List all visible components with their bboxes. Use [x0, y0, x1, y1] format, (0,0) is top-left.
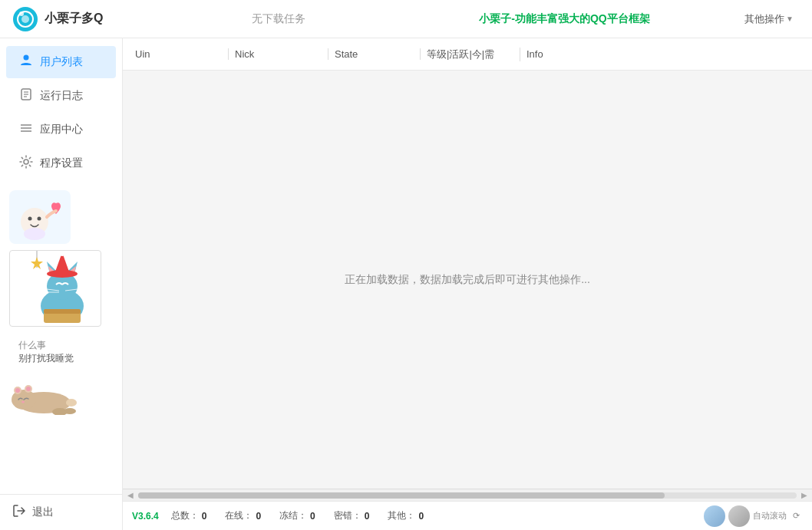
sticker-title: 什么事 [18, 339, 104, 352]
logout-label: 退出 [32, 505, 54, 519]
sidebar: 用户列表 运行日志 应用中心 [0, 38, 123, 530]
sidebar-settings-label: 程序设置 [40, 156, 83, 170]
col-header-info: Info [520, 48, 806, 60]
table-header: Uin Nick State 等级|活跃|今|需 Info [123, 38, 812, 71]
sidebar-nav: 用户列表 运行日志 应用中心 [0, 38, 122, 181]
scroll-right-arrow[interactable]: ▶ [800, 491, 809, 499]
online-value: 0 [256, 511, 261, 522]
sidebar-item-settings[interactable]: 程序设置 [6, 147, 116, 179]
col-header-state: State [328, 48, 421, 60]
frozen-label: 冻结： [279, 509, 307, 522]
title-actions: 其他操作 ▼ [708, 9, 800, 29]
error-label: 密错： [334, 509, 361, 522]
svg-point-39 [21, 401, 25, 403]
status-bar: V3.6.4 总数： 0 在线： 0 冻结： 0 密错： 0 其他： 0 [123, 501, 812, 530]
sidebar-user-list-label: 用户列表 [40, 55, 83, 69]
sticker-subtitle: 别打扰我睡觉 [18, 352, 104, 365]
sidebar-item-app-center[interactable]: 应用中心 [6, 114, 116, 146]
sticker-text-area: 什么事 别打扰我睡觉 [9, 333, 113, 371]
chevron-down-icon: ▼ [786, 15, 794, 23]
scrollbar-thumb[interactable] [138, 492, 665, 499]
sidebar-bottom: 退出 [0, 494, 122, 530]
sidebar-run-log-label: 运行日志 [40, 89, 83, 103]
logo-area: 小栗子多Q [12, 6, 135, 32]
app-title: 小栗子多Q [45, 11, 103, 27]
error-value: 0 [365, 511, 370, 522]
status-total: 总数： 0 [171, 509, 207, 522]
app-logo-icon [12, 6, 38, 32]
content-area: Uin Nick State 等级|活跃|今|需 Info 正在加载数据，数据加… [123, 38, 812, 530]
svg-point-16 [24, 228, 45, 240]
svg-point-3 [19, 12, 24, 16]
svg-point-42 [66, 399, 77, 407]
run-log-icon [18, 87, 34, 104]
stickers-area: 什么事 别打扰我睡觉 [0, 181, 122, 494]
svg-point-14 [28, 216, 31, 220]
scroll-toggle-icon[interactable]: ⟳ [790, 511, 803, 521]
horizontal-scrollbar[interactable]: ◀ ▶ [123, 489, 812, 501]
version-label: V3.6.4 [132, 511, 159, 522]
sticker-1 [9, 190, 71, 244]
col-header-level: 等级|活跃|今|需 [421, 48, 520, 61]
main-layout: 用户列表 运行日志 应用中心 [0, 38, 812, 530]
svg-point-41 [64, 408, 76, 414]
user-avatar [704, 505, 725, 527]
svg-point-27 [58, 251, 66, 256]
total-value: 0 [202, 511, 207, 522]
brand-label: 小栗子-功能丰富强大的QQ平台框架 [421, 12, 708, 26]
user-avatar-2 [728, 505, 750, 527]
sticker-2 [9, 250, 101, 327]
loading-area: 正在加载数据，数据加载完成后即可进行其他操作... [123, 71, 812, 489]
svg-point-15 [37, 216, 41, 220]
other-ops-button[interactable]: 其他操作 ▼ [738, 9, 800, 29]
status-frozen: 冻结： 0 [279, 509, 315, 522]
col-header-uin: Uin [129, 48, 229, 60]
status-online: 在线： 0 [225, 509, 261, 522]
settings-icon [18, 155, 34, 172]
logout-icon [12, 504, 26, 521]
scrollbar-track[interactable] [138, 492, 797, 499]
loading-message: 正在加载数据，数据加载完成后即可进行其他操作... [345, 273, 590, 287]
svg-point-4 [24, 55, 29, 61]
title-bar: 小栗子多Q 无下载任务 小栗子-功能丰富强大的QQ平台框架 其他操作 ▼ [0, 0, 812, 38]
other-value: 0 [418, 511, 424, 522]
sticker-2-svg [10, 251, 101, 326]
svg-rect-31 [44, 312, 81, 323]
svg-point-12 [24, 160, 28, 164]
svg-point-36 [15, 388, 20, 393]
status-error: 密错： 0 [334, 509, 370, 522]
sticker-3 [9, 377, 78, 416]
scroll-status-text: 自动滚动 [753, 510, 787, 522]
sticker-3-svg [10, 378, 78, 415]
frozen-value: 0 [310, 511, 315, 522]
svg-point-2 [21, 15, 29, 23]
total-label: 总数： [171, 509, 199, 522]
svg-rect-32 [44, 309, 81, 314]
other-label: 其他： [388, 509, 415, 522]
svg-point-38 [26, 387, 31, 391]
status-other: 其他： 0 [388, 509, 424, 522]
user-list-icon [18, 54, 34, 71]
sidebar-item-run-log[interactable]: 运行日志 [6, 80, 116, 112]
sidebar-app-center-label: 应用中心 [40, 123, 83, 137]
col-header-nick: Nick [229, 48, 328, 60]
no-task-label: 无下载任务 [135, 12, 421, 26]
scroll-left-arrow[interactable]: ◀ [126, 491, 135, 499]
online-label: 在线： [225, 509, 253, 522]
sidebar-item-user-list[interactable]: 用户列表 [6, 46, 116, 78]
app-center-icon [18, 121, 34, 138]
status-avatar-area: 自动滚动 ⟳ [704, 505, 803, 527]
logout-button[interactable]: 退出 [12, 504, 110, 521]
sticker-1-svg [12, 193, 69, 242]
